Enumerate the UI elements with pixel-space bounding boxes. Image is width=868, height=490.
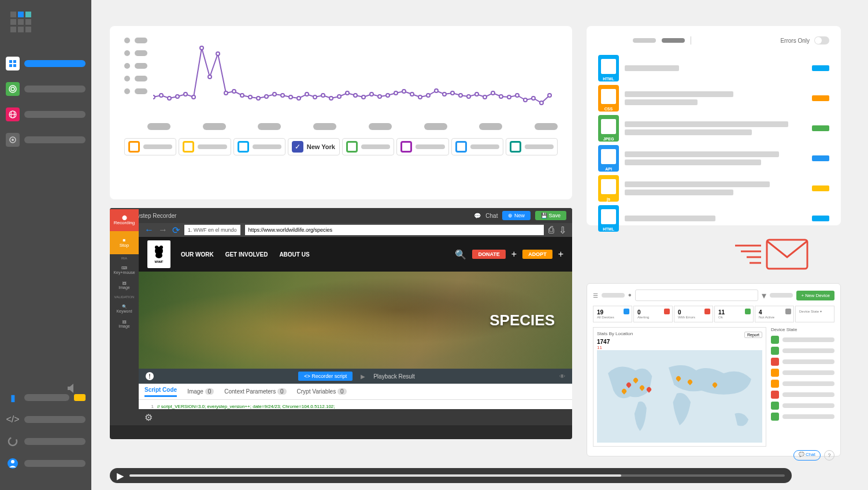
device-list-item[interactable] bbox=[771, 358, 834, 366]
device-list-item[interactable] bbox=[771, 391, 834, 399]
grid-icon bbox=[8, 59, 17, 68]
help-icon[interactable]: ? bbox=[824, 450, 834, 461]
svg-point-45 bbox=[402, 90, 406, 93]
save-button[interactable]: 💾 Save bbox=[535, 211, 566, 220]
location-chip[interactable] bbox=[451, 138, 503, 155]
device-list-item[interactable] bbox=[771, 413, 834, 421]
svg-point-35 bbox=[321, 94, 325, 97]
svg-point-47 bbox=[418, 95, 422, 99]
bottom-item-user[interactable] bbox=[6, 456, 86, 470]
nav-target[interactable] bbox=[6, 81, 86, 97]
tab-context[interactable]: Context Parameters 0 bbox=[224, 388, 286, 395]
stat-card[interactable]: 11Ok bbox=[714, 306, 754, 322]
location-chip[interactable] bbox=[124, 138, 176, 155]
tab-script-code[interactable]: Script Code bbox=[144, 387, 177, 397]
chart-x-axis bbox=[147, 123, 558, 130]
bottom-item-code[interactable]: </> bbox=[6, 413, 86, 426]
bottom-item-loading[interactable] bbox=[6, 435, 86, 448]
gear-icon[interactable]: ⚙ bbox=[144, 412, 153, 423]
stat-card[interactable]: 19All Devices bbox=[593, 306, 632, 322]
device-state-card[interactable]: Device State ▾ bbox=[795, 306, 834, 322]
progress-bar[interactable] bbox=[129, 474, 785, 477]
recorder-header: ☰ Everystep Recorder 💬 Chat ⊕ New 💾 Save bbox=[110, 208, 572, 223]
errors-only-toggle[interactable]: Errors Only bbox=[780, 36, 829, 44]
location-chip[interactable]: ✓New York bbox=[288, 138, 340, 155]
svg-point-58 bbox=[507, 95, 511, 99]
file-icon: HTML bbox=[598, 55, 619, 81]
import-icon[interactable]: ⇩ bbox=[559, 225, 566, 236]
svg-point-23 bbox=[224, 91, 228, 95]
screenshot-icon[interactable]: ⎙ bbox=[548, 225, 554, 235]
svg-point-10 bbox=[12, 139, 14, 141]
file-row: js bbox=[598, 175, 829, 202]
file-icon: HTML bbox=[598, 205, 619, 232]
site-nav: OUR WORK GET INVOLVED ABOUT US bbox=[181, 251, 310, 258]
svg-point-19 bbox=[192, 95, 195, 99]
recording-button[interactable]: ⬤Recording bbox=[110, 209, 139, 231]
player-bar: ▶ bbox=[110, 468, 792, 483]
code-editor[interactable]: 1// script_VERSION=3.0; everystep_versio… bbox=[139, 400, 572, 409]
wwf-logo[interactable]: WWF bbox=[147, 240, 170, 268]
nav-settings[interactable] bbox=[6, 132, 86, 148]
forward-icon[interactable]: → bbox=[158, 225, 168, 235]
back-icon[interactable]: ← bbox=[144, 225, 154, 235]
image-validation-button[interactable]: 🖼Image bbox=[110, 317, 139, 332]
svg-point-21 bbox=[208, 75, 212, 79]
device-list-item[interactable] bbox=[771, 347, 834, 355]
keymouse-button[interactable]: ⌨Key+mouse bbox=[110, 262, 139, 278]
file-row: HTML bbox=[598, 205, 829, 232]
nav-globe[interactable] bbox=[6, 106, 86, 122]
search-icon[interactable]: 🔍 bbox=[455, 249, 466, 260]
play-icon[interactable]: ▶ bbox=[361, 373, 365, 380]
stop-button[interactable]: ■Stop bbox=[110, 231, 139, 254]
eye-icon[interactable]: 👁 bbox=[559, 373, 565, 380]
nav-our-work[interactable]: OUR WORK bbox=[181, 251, 214, 258]
svg-point-42 bbox=[378, 95, 381, 98]
chat-icon[interactable]: 💬 bbox=[474, 213, 481, 219]
location-chip[interactable] bbox=[179, 138, 231, 155]
location-chip[interactable] bbox=[342, 138, 394, 155]
menu-icon[interactable]: ☰ bbox=[593, 292, 598, 299]
recorder-script-tab[interactable]: <> Recorder script bbox=[298, 372, 353, 381]
svg-point-41 bbox=[370, 92, 373, 96]
bottom-nav: ▮ </> bbox=[6, 391, 86, 478]
stat-card[interactable]: 0Alerting bbox=[633, 306, 673, 322]
stat-card[interactable]: 4Not Active bbox=[755, 306, 794, 322]
reload-icon[interactable]: ⟳ bbox=[172, 225, 180, 236]
file-status-bar bbox=[812, 155, 829, 161]
svg-point-33 bbox=[305, 92, 309, 96]
svg-point-50 bbox=[443, 92, 446, 96]
nav-about[interactable]: ABOUT US bbox=[279, 251, 309, 258]
new-device-button[interactable]: + New Device bbox=[796, 291, 834, 300]
play-button[interactable]: ▶ bbox=[117, 470, 124, 481]
svg-point-40 bbox=[362, 95, 365, 99]
tab-image[interactable]: Image 0 bbox=[187, 388, 214, 395]
world-map[interactable] bbox=[597, 350, 762, 443]
new-button[interactable]: ⊕ New bbox=[502, 211, 531, 220]
location-chip[interactable] bbox=[506, 138, 558, 155]
device-list-item[interactable] bbox=[771, 402, 834, 410]
file-types-panel: Errors Only HTML CSS JPEG API js HTML bbox=[587, 26, 841, 225]
device-list-item[interactable] bbox=[771, 369, 834, 377]
svg-point-25 bbox=[240, 94, 244, 97]
location-chip[interactable] bbox=[396, 138, 448, 155]
svg-rect-0 bbox=[9, 60, 12, 63]
url-input[interactable] bbox=[245, 225, 544, 235]
adopt-button[interactable]: ADOPT bbox=[522, 250, 552, 259]
nav-get-involved[interactable]: GET INVOLVED bbox=[225, 251, 268, 258]
filter-select[interactable] bbox=[635, 289, 759, 301]
svg-point-15 bbox=[159, 94, 163, 97]
app-grid-icon[interactable] bbox=[10, 12, 86, 32]
tab-crypt[interactable]: Crypt Variables 0 bbox=[297, 388, 347, 395]
svg-point-27 bbox=[257, 96, 260, 100]
chat-button[interactable]: 💬 Chat bbox=[793, 450, 821, 461]
location-chip[interactable] bbox=[233, 138, 285, 155]
nav-dashboard[interactable] bbox=[6, 55, 86, 72]
image-button[interactable]: 🖼Image bbox=[110, 278, 139, 293]
device-list-item[interactable] bbox=[771, 380, 834, 388]
report-button[interactable]: Report bbox=[744, 332, 762, 338]
donate-button[interactable]: DONATE bbox=[472, 250, 505, 259]
device-list-item[interactable] bbox=[771, 336, 834, 344]
keyword-button[interactable]: 🔍Keyword bbox=[110, 301, 139, 317]
stat-card[interactable]: 0With Errors bbox=[674, 306, 713, 322]
